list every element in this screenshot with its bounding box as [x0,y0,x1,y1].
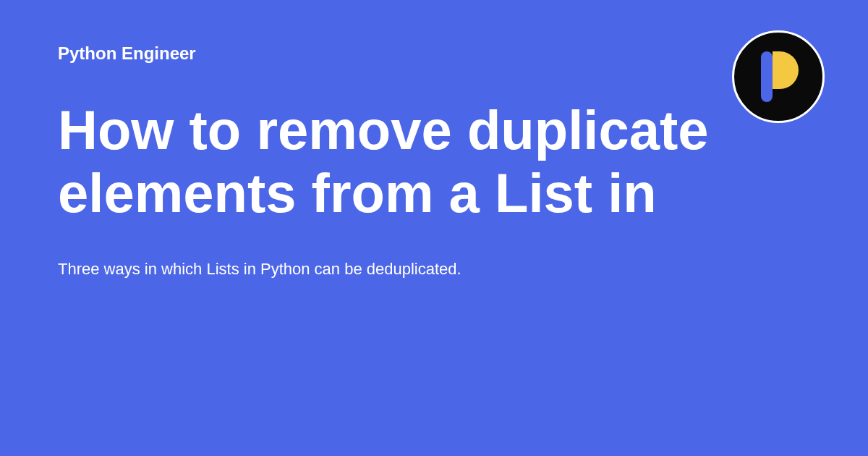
logo-arc-shape [773,51,799,89]
article-title: How to remove duplicate elements from a … [58,98,709,225]
logo-icon [757,51,800,102]
logo-bar-shape [761,51,773,102]
article-subtitle: Three ways in which Lists in Python can … [58,260,810,279]
logo-badge [732,30,825,123]
site-name: Python Engineer [58,43,810,64]
